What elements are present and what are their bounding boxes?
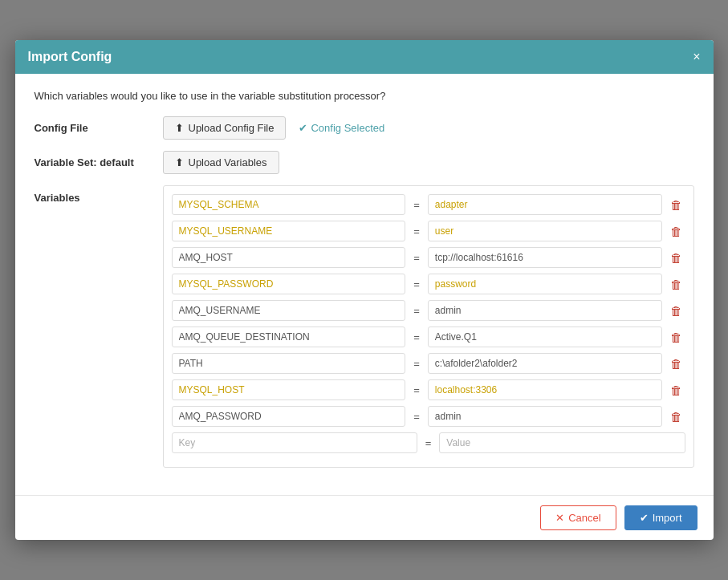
- equals-sign: =: [410, 252, 423, 264]
- import-config-modal: Import Config × Which variables would yo…: [15, 40, 714, 540]
- variable-key-input[interactable]: [172, 194, 406, 215]
- delete-variable-button[interactable]: 🗑: [667, 249, 685, 266]
- equals-sign: =: [410, 331, 423, 343]
- variable-row: =🗑: [172, 247, 685, 268]
- upload-config-button[interactable]: ⬆ Upload Config File: [163, 116, 287, 140]
- equals-sign: =: [410, 411, 423, 423]
- variable-key-input[interactable]: [172, 327, 406, 347]
- variable-value-input[interactable]: [428, 247, 662, 268]
- import-button[interactable]: ✔ Import: [624, 505, 697, 530]
- equals-sign: =: [410, 278, 423, 290]
- variable-value-input[interactable]: [428, 406, 662, 427]
- variable-set-row: Variable Set: default ⬆ Upload Variables: [35, 151, 694, 174]
- cancel-label: Cancel: [568, 512, 600, 524]
- variable-row: =🗑: [172, 353, 685, 374]
- variable-row: =: [172, 432, 685, 453]
- variable-row: =🗑: [172, 327, 685, 347]
- variable-value-input[interactable]: [428, 194, 662, 215]
- variable-key-input[interactable]: [172, 274, 406, 294]
- close-button[interactable]: ×: [693, 51, 700, 63]
- upload-variables-label: Upload Variables: [189, 156, 267, 168]
- modal-title: Import Config: [28, 50, 112, 64]
- config-selected-text: Config Selected: [311, 122, 384, 134]
- variable-key-input[interactable]: [172, 353, 406, 374]
- variable-row: =🗑: [172, 379, 685, 400]
- delete-variable-button[interactable]: 🗑: [667, 329, 685, 346]
- modal-footer: ✕ Cancel ✔ Import: [15, 495, 714, 540]
- config-file-row: Config File ⬆ Upload Config File ✔ Confi…: [35, 116, 694, 140]
- modal-body: Which variables would you like to use in…: [15, 74, 714, 495]
- upload-variables-icon: ⬆: [175, 156, 184, 168]
- delete-variable-button[interactable]: 🗑: [667, 408, 685, 425]
- delete-variable-button[interactable]: 🗑: [667, 197, 685, 213]
- variable-key-input[interactable]: [172, 221, 406, 241]
- upload-variables-button[interactable]: ⬆ Upload Variables: [163, 151, 279, 174]
- variable-row: =🗑: [172, 221, 685, 241]
- variable-value-input[interactable]: [428, 300, 662, 321]
- subtitle: Which variables would you like to use in…: [35, 90, 694, 102]
- cancel-icon: ✕: [555, 512, 564, 524]
- equals-sign: =: [410, 305, 423, 317]
- variable-set-label: Variable Set: default: [35, 156, 163, 168]
- delete-variable-button[interactable]: 🗑: [667, 223, 685, 240]
- variables-label: Variables: [35, 185, 163, 204]
- import-icon: ✔: [640, 512, 649, 524]
- variables-row: Variables =🗑=🗑=🗑=🗑=🗑=🗑=🗑=🗑=🗑=: [35, 185, 694, 468]
- variable-value-input[interactable]: [428, 379, 662, 400]
- delete-variable-button[interactable]: 🗑: [667, 355, 685, 372]
- variable-value-input[interactable]: [439, 432, 685, 453]
- equals-sign: =: [410, 384, 423, 396]
- variable-row: =🗑: [172, 406, 685, 427]
- variable-key-input[interactable]: [172, 432, 417, 453]
- variable-value-input[interactable]: [428, 274, 662, 294]
- delete-variable-button[interactable]: 🗑: [667, 302, 685, 319]
- variable-value-input[interactable]: [428, 327, 662, 347]
- upload-config-label: Upload Config File: [189, 122, 275, 134]
- cancel-button[interactable]: ✕ Cancel: [540, 505, 616, 530]
- variable-row: =🗑: [172, 194, 685, 215]
- delete-variable-button[interactable]: 🗑: [667, 276, 685, 293]
- variable-key-input[interactable]: [172, 406, 406, 427]
- equals-sign: =: [410, 199, 423, 211]
- variable-key-input[interactable]: [172, 300, 406, 321]
- variable-row: =🗑: [172, 274, 685, 294]
- variable-value-input[interactable]: [428, 353, 662, 374]
- config-check-icon: ✔: [299, 122, 307, 134]
- equals-sign: =: [410, 225, 423, 237]
- config-file-label: Config File: [35, 122, 163, 134]
- variable-key-input[interactable]: [172, 247, 406, 268]
- equals-sign: =: [422, 437, 435, 449]
- variable-row: =🗑: [172, 300, 685, 321]
- variable-value-input[interactable]: [428, 221, 662, 241]
- import-label: Import: [653, 512, 682, 524]
- modal-header: Import Config ×: [15, 40, 714, 74]
- variable-key-input[interactable]: [172, 379, 406, 400]
- variables-container: =🗑=🗑=🗑=🗑=🗑=🗑=🗑=🗑=🗑=: [163, 185, 694, 468]
- config-selected-badge: ✔ Config Selected: [299, 122, 384, 134]
- equals-sign: =: [410, 358, 423, 370]
- upload-config-icon: ⬆: [175, 122, 184, 134]
- delete-variable-button[interactable]: 🗑: [667, 382, 685, 399]
